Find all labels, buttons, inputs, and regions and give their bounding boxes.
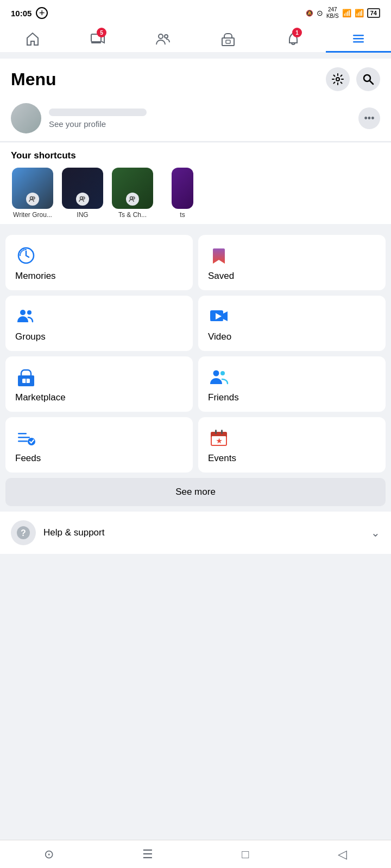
shortcut-label: ts bbox=[180, 211, 185, 219]
svg-point-26 bbox=[213, 371, 219, 376]
svg-rect-5 bbox=[226, 40, 230, 43]
feeds-label: Feeds bbox=[15, 453, 183, 464]
groups-icon bbox=[15, 305, 37, 327]
svg-point-16 bbox=[133, 197, 135, 199]
menu-grid: Memories Saved bbox=[0, 229, 391, 478]
shortcut-item[interactable]: Writer Grou... bbox=[11, 168, 54, 219]
events-icon: ★ bbox=[208, 427, 230, 449]
svg-rect-28 bbox=[18, 433, 27, 435]
saved-icon bbox=[208, 245, 230, 266]
svg-rect-29 bbox=[18, 437, 30, 438]
shortcut-item[interactable]: ING bbox=[61, 168, 104, 219]
profile-name-placeholder bbox=[49, 108, 147, 116]
menu-item-marketplace[interactable]: Marketplace bbox=[5, 356, 193, 412]
video-badge: 5 bbox=[97, 28, 106, 37]
svg-rect-22 bbox=[210, 319, 223, 321]
svg-point-2 bbox=[159, 34, 163, 39]
top-nav: 5 1 bbox=[0, 24, 391, 53]
chevron-down-icon: ⌄ bbox=[371, 526, 380, 539]
menu-item-groups[interactable]: Groups bbox=[5, 296, 193, 351]
menu-item-feeds[interactable]: Feeds bbox=[5, 417, 193, 473]
svg-point-3 bbox=[165, 35, 168, 38]
marketplace-icon bbox=[15, 366, 37, 388]
see-more-label: See more bbox=[175, 487, 216, 497]
nav-marketplace[interactable] bbox=[195, 25, 261, 53]
memories-icon bbox=[15, 245, 37, 266]
svg-point-19 bbox=[20, 310, 26, 315]
feeds-icon bbox=[15, 427, 37, 449]
shortcut-label: Writer Grou... bbox=[13, 211, 52, 219]
menu-item-memories[interactable]: Memories bbox=[5, 235, 193, 290]
memories-label: Memories bbox=[15, 271, 183, 282]
video-icon bbox=[208, 305, 230, 327]
svg-point-27 bbox=[220, 371, 225, 375]
nav-circle-button[interactable]: ⊙ bbox=[44, 847, 54, 861]
add-icon: + bbox=[36, 7, 48, 19]
friends-label: Friends bbox=[208, 392, 376, 403]
svg-rect-8 bbox=[353, 41, 364, 43]
nav-square-button[interactable]: □ bbox=[242, 847, 249, 861]
svg-text:★: ★ bbox=[216, 437, 222, 445]
svg-rect-37 bbox=[221, 430, 223, 434]
friends-icon bbox=[208, 366, 230, 388]
profile-avatar bbox=[11, 103, 41, 133]
nav-menu[interactable] bbox=[326, 25, 391, 53]
shortcuts-row: Writer Grou... ING bbox=[11, 168, 380, 219]
marketplace-label: Marketplace bbox=[15, 392, 183, 403]
signal-icon: 📶 bbox=[355, 9, 364, 17]
nav-lines-button[interactable]: ☰ bbox=[142, 847, 153, 861]
profile-info: See your profile bbox=[49, 108, 147, 129]
menu-title: Menu bbox=[11, 69, 56, 90]
svg-point-14 bbox=[83, 197, 85, 199]
help-support-row[interactable]: ? Help & support ⌄ bbox=[0, 512, 391, 554]
video-label: Video bbox=[208, 331, 376, 342]
nav-friends[interactable] bbox=[130, 25, 195, 53]
shortcut-item[interactable]: Ts & Ch... bbox=[111, 168, 154, 219]
see-profile-text: See your profile bbox=[49, 119, 147, 129]
menu-header: Menu bbox=[0, 59, 391, 97]
svg-point-12 bbox=[33, 197, 35, 199]
shortcuts-title: Your shortcuts bbox=[11, 150, 380, 161]
menu-item-video[interactable]: Video bbox=[198, 296, 386, 351]
svg-rect-7 bbox=[353, 38, 364, 40]
svg-rect-1 bbox=[91, 42, 101, 43]
groups-label: Groups bbox=[15, 331, 183, 342]
profile-more-button[interactable]: ••• bbox=[358, 107, 380, 129]
svg-rect-36 bbox=[215, 430, 217, 434]
search-button[interactable] bbox=[356, 67, 380, 91]
shortcuts-section: Your shortcuts Writer Grou... bbox=[0, 143, 391, 224]
mute-icon: 🔕 bbox=[306, 10, 313, 17]
svg-rect-6 bbox=[353, 35, 364, 36]
bottom-nav: ⊙ ☰ □ ◁ bbox=[0, 840, 391, 868]
notifications-badge: 1 bbox=[292, 28, 302, 37]
menu-item-friends[interactable]: Friends bbox=[198, 356, 386, 412]
shortcut-item[interactable]: ts bbox=[161, 168, 204, 219]
see-more-button[interactable]: See more bbox=[5, 478, 386, 506]
help-support-label: Help & support bbox=[43, 527, 104, 538]
saved-label: Saved bbox=[208, 271, 376, 282]
vpn-icon: ⊙ bbox=[317, 9, 323, 17]
svg-point-20 bbox=[27, 310, 31, 315]
status-bar: 10:05 + 🔕 ⊙ 247KB/S 📶 📶 74 bbox=[0, 0, 391, 24]
menu-item-events[interactable]: ★ Events bbox=[198, 417, 386, 473]
network-speed: 247KB/S bbox=[326, 7, 339, 20]
nav-notifications[interactable]: 1 bbox=[261, 25, 326, 53]
events-label: Events bbox=[208, 453, 376, 464]
svg-rect-30 bbox=[18, 441, 28, 442]
nav-back-button[interactable]: ◁ bbox=[338, 847, 347, 861]
nav-home[interactable] bbox=[0, 25, 65, 53]
svg-point-9 bbox=[336, 78, 339, 81]
battery-icon: 74 bbox=[367, 8, 380, 18]
profile-row: See your profile ••• bbox=[0, 97, 391, 142]
menu-item-saved[interactable]: Saved bbox=[198, 235, 386, 290]
shortcut-label: Ts & Ch... bbox=[118, 211, 147, 219]
svg-point-31 bbox=[28, 438, 35, 445]
shortcut-label: ING bbox=[77, 211, 88, 219]
nav-video[interactable]: 5 bbox=[65, 25, 130, 53]
svg-text:?: ? bbox=[21, 528, 26, 538]
settings-button[interactable] bbox=[326, 67, 350, 91]
help-icon: ? bbox=[11, 520, 36, 545]
time-display: 10:05 bbox=[11, 9, 31, 18]
wifi-icon: 📶 bbox=[342, 9, 351, 17]
svg-rect-4 bbox=[222, 38, 234, 46]
